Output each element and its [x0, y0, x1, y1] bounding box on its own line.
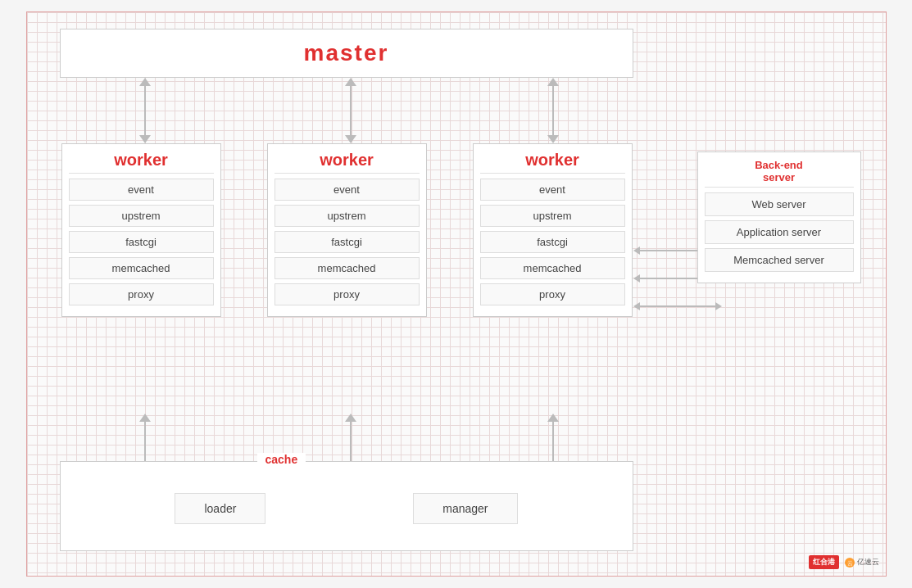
- arrow-head-down-3: [547, 135, 559, 143]
- arrow-head-down-2: [345, 135, 356, 143]
- arrow-head-up-2: [345, 78, 356, 86]
- cache-item-manager: manager: [413, 493, 517, 524]
- worker-item-3-fastcgi: fastcgi: [480, 231, 625, 253]
- cache-label: cache: [257, 453, 306, 466]
- worker-box-3: worker event upstrem fastcgi memcached p…: [473, 143, 633, 317]
- svg-text:云: 云: [846, 560, 852, 566]
- diagram-container: master worker event upstrem fastcgi memc…: [26, 11, 887, 577]
- worker-title-2: worker: [275, 151, 420, 174]
- watermark-icon: 云: [844, 557, 855, 568]
- backend-item-memcached: Memcached server: [705, 248, 854, 272]
- worker-item-2-memcached: memcached: [275, 257, 420, 279]
- arrow-line-2: [350, 86, 352, 135]
- arrow-head-up-4: [139, 414, 151, 422]
- worker-box-1: worker event upstrem fastcgi memcached p…: [61, 143, 221, 317]
- h-arrow-head-l-2: [633, 274, 640, 283]
- h-arrow-head-l-3: [633, 302, 640, 310]
- arrow-head-down-1: [139, 135, 151, 143]
- h-arrow-head-l-1: [633, 247, 640, 255]
- backend-box: Back-endserver Web server Application se…: [697, 152, 861, 283]
- worker-item-1-event: event: [69, 179, 214, 201]
- v-arrow-3: [547, 78, 559, 143]
- cache-items: loader manager: [61, 462, 633, 550]
- watermark-badge: 红合港: [809, 555, 839, 569]
- v-arrow-2: [345, 78, 356, 143]
- arrow-line-3: [552, 86, 554, 135]
- arrow-head-up-1: [139, 78, 151, 86]
- master-label: master: [304, 40, 389, 66]
- arrow-head-up-6: [547, 414, 559, 422]
- cache-box: cache loader manager: [60, 461, 633, 551]
- worker-item-3-memcached: memcached: [480, 257, 625, 279]
- worker-title-1: worker: [69, 151, 214, 174]
- worker-box-2: worker event upstrem fastcgi memcached p…: [267, 143, 427, 317]
- worker-title-3: worker: [480, 151, 625, 174]
- worker-item-2-upstrem: upstrem: [275, 205, 420, 227]
- worker-item-2-proxy: proxy: [275, 283, 420, 305]
- watermark-text: 亿速云: [857, 557, 879, 568]
- cache-item-loader: loader: [175, 493, 265, 524]
- arrow-head-up-5: [345, 414, 356, 422]
- h-arrow-line-3: [640, 305, 715, 307]
- worker-item-3-upstrem: upstrem: [480, 205, 625, 227]
- arrow-head-up-3: [547, 78, 559, 86]
- worker-item-1-memcached: memcached: [69, 257, 214, 279]
- worker-item-1-fastcgi: fastcgi: [69, 231, 214, 253]
- worker-item-3-event: event: [480, 179, 625, 201]
- watermark-logo: 云 亿速云: [844, 557, 879, 568]
- worker-item-1-upstrem: upstrem: [69, 205, 214, 227]
- master-box: master: [60, 29, 633, 78]
- h-arrow-memcached: [633, 302, 722, 310]
- v-arrow-1: [139, 78, 151, 143]
- backend-item-app: Application server: [705, 220, 854, 244]
- worker-item-1-proxy: proxy: [69, 283, 214, 305]
- watermark: 红合港 云 亿速云: [809, 555, 879, 569]
- backend-title: Back-endserver: [705, 159, 854, 188]
- backend-item-web: Web server: [705, 192, 854, 216]
- worker-item-3-proxy: proxy: [480, 283, 625, 305]
- worker-item-2-event: event: [275, 179, 420, 201]
- worker-item-2-fastcgi: fastcgi: [275, 231, 420, 253]
- h-arrow-head-r-3: [715, 302, 722, 310]
- arrow-line-1: [144, 86, 146, 135]
